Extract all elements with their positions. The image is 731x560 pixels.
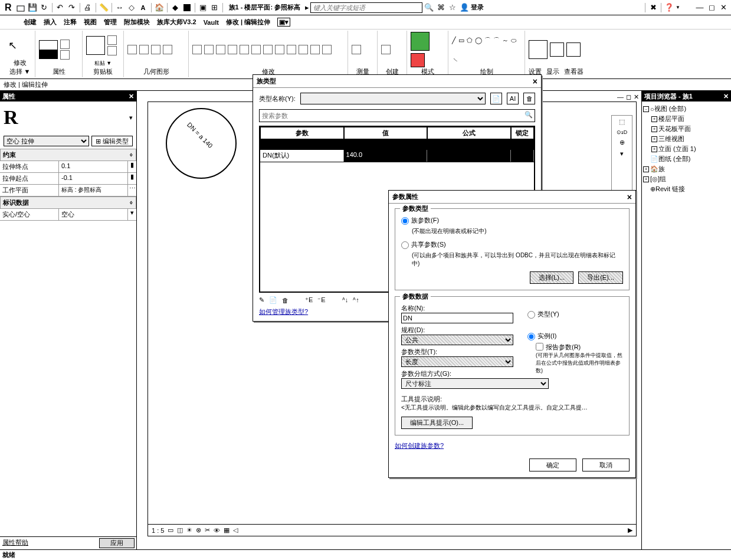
properties-help-link[interactable]: 属性帮助	[2, 538, 28, 548]
reveal-icon[interactable]: ▦	[224, 526, 230, 534]
menu-insert[interactable]: 插入	[44, 18, 57, 27]
menu-famlib[interactable]: 族库大师V3.2	[157, 18, 196, 27]
split-icon[interactable]	[275, 45, 284, 54]
paste-icon[interactable]	[86, 36, 105, 55]
trim-icon[interactable]	[263, 45, 273, 54]
view-cube[interactable]: ⬚ ⊙₂D ⊕ ▾	[611, 115, 632, 198]
switch-windows-icon[interactable]: ⊞	[209, 2, 220, 13]
radio-type-label[interactable]: 类型(Y)	[537, 310, 559, 319]
discipline-select[interactable]: 公共	[401, 335, 513, 345]
tree-sheets[interactable]: 📄 图纸 (全部)	[643, 154, 730, 164]
ft-new-param-icon[interactable]: 📄	[269, 296, 277, 304]
ft-delete-param-icon[interactable]: 🗑	[282, 297, 289, 304]
default3d-icon[interactable]: 🏠	[154, 2, 165, 13]
ft-sort-asc-icon[interactable]: ᴬ↓	[342, 296, 349, 304]
nav-2d-icon[interactable]: ⊙₂D	[617, 129, 628, 135]
viewer-icon[interactable]	[566, 42, 581, 57]
report-param-checkbox[interactable]	[536, 343, 543, 351]
menu-finish-icon[interactable]: ▣▾	[277, 18, 290, 27]
family-types-icon[interactable]	[60, 40, 70, 49]
maximize-icon[interactable]: ◻	[706, 2, 717, 13]
tree-ceiling-plans[interactable]: +天花板平面	[643, 124, 730, 134]
type-props-icon[interactable]	[60, 50, 70, 60]
ft-move-down-icon[interactable]: ⁻E	[317, 296, 325, 304]
user-icon[interactable]: 👤	[459, 2, 470, 13]
prop-row-workplane[interactable]: 工作平面标高 : 参照标高⋯	[0, 185, 136, 197]
crop-icon[interactable]: ✂	[205, 526, 210, 534]
menu-annotate[interactable]: 注释	[64, 18, 77, 27]
arc2-tool-icon[interactable]: ⌒	[493, 36, 500, 45]
group-select[interactable]: 尺寸标注	[401, 378, 549, 389]
set-workplane-icon[interactable]	[529, 40, 548, 59]
measure-icon[interactable]: 📏	[99, 2, 109, 13]
join-geom-icon[interactable]	[139, 45, 149, 54]
shadows-icon[interactable]: ⊗	[196, 526, 201, 534]
search-icon[interactable]: 🔍	[424, 2, 434, 13]
select-shared-button[interactable]: 选择(L)...	[530, 271, 574, 284]
redo-icon[interactable]: ↷	[67, 2, 77, 13]
radio-instance-label[interactable]: 实例(I)	[537, 332, 556, 340]
col-formula[interactable]: 公式	[427, 127, 511, 139]
tree-revit-links[interactable]: ⊕ Revit 链接	[643, 184, 730, 194]
param-props-close-icon[interactable]: ×	[627, 192, 632, 202]
help-dropdown-icon[interactable]: ▼	[676, 5, 680, 10]
param-search-icon[interactable]: 🔍	[525, 111, 533, 119]
circle-tool-icon[interactable]: ◯	[475, 37, 482, 44]
cut-icon[interactable]	[107, 35, 117, 45]
rename-type-icon[interactable]: AI	[507, 93, 519, 104]
finish-edit-icon[interactable]	[411, 32, 430, 51]
ellipse-tool-icon[interactable]: ⬭	[511, 37, 516, 44]
close-hidden-icon[interactable]: ▣	[198, 2, 208, 13]
browser-close-icon[interactable]: ✕	[723, 93, 729, 100]
view-scale[interactable]: 1 : 5	[152, 527, 164, 534]
param-search-input[interactable]	[259, 109, 535, 122]
menu-addins[interactable]: 附加模块	[124, 18, 150, 27]
line-tool-icon[interactable]: ╱	[452, 37, 456, 44]
rect-tool-icon[interactable]: ▭	[458, 37, 464, 44]
search-input[interactable]	[310, 2, 422, 13]
polygon-tool-icon[interactable]: ⬠	[467, 37, 473, 44]
properties-close-icon[interactable]: ✕	[129, 93, 134, 100]
param-name-input[interactable]	[401, 313, 513, 323]
sync-icon[interactable]: ↻	[39, 2, 50, 13]
scroll-right-icon[interactable]: ▶	[628, 526, 632, 534]
ft-edit-icon[interactable]: ✎	[259, 296, 264, 304]
ok-button[interactable]: 确定	[529, 459, 576, 471]
report-param-label[interactable]: 报告参数(R)	[546, 343, 581, 352]
sketch-circle[interactable]	[166, 108, 237, 179]
prop-row-start[interactable]: 拉伸起点-0.1▮	[0, 173, 136, 185]
prop-row-solidvoid[interactable]: 实心/空心空心▾	[0, 209, 136, 221]
create-similar-icon[interactable]	[381, 45, 391, 54]
section-icon[interactable]: ◆	[170, 2, 181, 13]
create-param-help-link[interactable]: 如何创建族参数?	[395, 442, 444, 449]
doc-close-icon[interactable]: ✕	[634, 93, 639, 101]
nav-home-icon[interactable]: ⬚	[619, 118, 625, 126]
nav-dropdown-icon[interactable]: ▾	[620, 150, 624, 158]
family-types-close-icon[interactable]: ×	[533, 77, 537, 86]
radio-instance[interactable]	[527, 333, 535, 340]
export-shared-button[interactable]: 导出(E)...	[578, 271, 623, 284]
manage-types-link[interactable]: 如何管理族类型?	[259, 308, 308, 315]
col-value[interactable]: 值	[344, 127, 428, 139]
close-window-icon[interactable]: ✕	[718, 2, 729, 13]
tree-3d-views[interactable]: +三维视图	[643, 134, 730, 144]
edit-type-button[interactable]: ⊞ 编辑类型	[91, 136, 133, 146]
pick-lines-icon[interactable]: ⟍	[452, 56, 458, 63]
dimension-icon[interactable]: ↔	[114, 2, 125, 13]
radio-family-param[interactable]	[401, 217, 409, 225]
favorite-icon[interactable]: ☆	[447, 2, 458, 13]
offset-icon[interactable]	[287, 45, 296, 54]
arc-tool-icon[interactable]: ⌒	[484, 36, 491, 45]
menu-modify-edit[interactable]: 修改 | 编辑拉伸	[226, 18, 270, 27]
array-icon[interactable]	[240, 45, 249, 54]
radio-family-label[interactable]: 族参数(F)	[411, 216, 439, 225]
nav-steering-icon[interactable]: ⊕	[619, 139, 625, 146]
type-name-combo[interactable]	[300, 93, 486, 104]
edit-tooltip-button[interactable]: 编辑工具提示(O)...	[401, 417, 473, 429]
col-param[interactable]: 参数	[260, 127, 344, 139]
print-icon[interactable]: 🖨	[83, 2, 93, 13]
copy2-icon[interactable]	[204, 45, 214, 54]
move-icon[interactable]	[192, 45, 202, 54]
align-icon[interactable]	[299, 45, 308, 54]
tree-groups[interactable]: +[◎] 组	[643, 174, 730, 184]
